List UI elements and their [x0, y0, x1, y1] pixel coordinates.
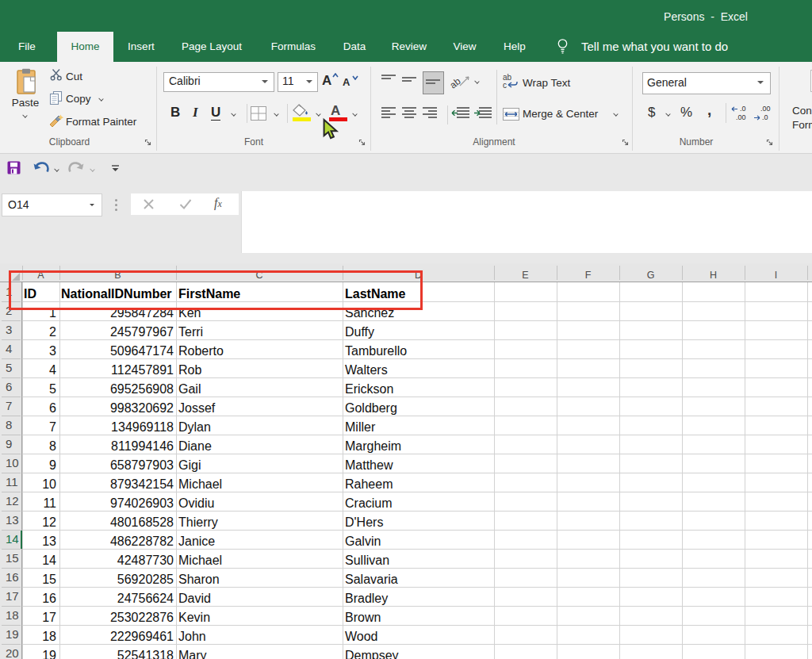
svg-text:c: c	[503, 81, 507, 89]
